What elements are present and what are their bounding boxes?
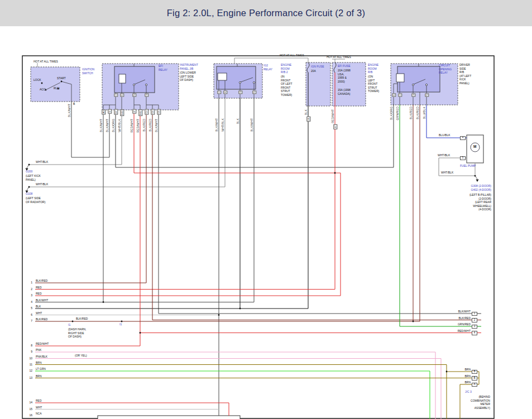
cor-wire-color-label: BLK/RED	[410, 107, 413, 119]
left-row-number: 6	[23, 313, 32, 317]
efi-wire-color-label: BLK/ORG	[112, 119, 116, 132]
left-row-wire-label: BRN	[36, 374, 42, 378]
bottom-connector-box	[98, 416, 240, 419]
ig2-relay-pin: 1	[223, 90, 227, 94]
left-row-number: 15	[23, 407, 32, 411]
left-row-wire-label: WHT	[36, 311, 42, 315]
jc3-pin: B	[472, 370, 477, 374]
left-row-number: 11	[23, 363, 32, 367]
engine-room-rb2-label: ENGINE ROOM R/B 2	[281, 63, 291, 74]
jc3-pin: B	[472, 376, 477, 381]
efi-connector-pin: D10	[120, 109, 124, 116]
ig2-relay-pin: 2	[217, 90, 221, 94]
circuit-opening-relay-label: CIRCUIT OPENING RELAY	[439, 64, 452, 75]
i1-junction-wire-label: BLK/RED	[76, 317, 88, 321]
ig2-wire-color-label: BLK	[237, 118, 240, 124]
efi-connector-pin: A3	[102, 109, 106, 114]
left-row-number: 12	[23, 369, 32, 373]
cor-wire-color-label: BLK/RED	[416, 107, 420, 119]
instrument-panel-jb-label: INSTRUMENT PANEL J/B	[180, 63, 198, 70]
ig2-wire-color-label: BLK/WHT	[251, 118, 254, 132]
jc3-wire-label: BRN	[444, 381, 471, 384]
efi-wire-color-label: RED/WHT	[131, 119, 134, 133]
ignition-pin-label: B	[73, 102, 75, 106]
efi-relay-pin: 3	[145, 93, 148, 97]
left-row-number: 5	[23, 306, 32, 310]
ig2-relay-pin: 3	[238, 90, 242, 94]
left-row-number: 7	[23, 319, 32, 323]
wht-wires	[35, 315, 219, 410]
efi-fuse-wire-label: RED/WHT	[332, 109, 335, 123]
left-row-number: 4	[23, 300, 32, 304]
g108-location: (LEFT SIDE OF RADIATOR)	[26, 196, 45, 204]
fuel-pump-return-pin: 5	[460, 156, 466, 161]
right-row-pin: 3	[472, 325, 477, 329]
left-row-wire-label: LT GRN	[36, 367, 46, 371]
efi-connector-pin: D12	[138, 109, 142, 116]
left-row-wire-label: BRN	[36, 361, 42, 365]
efi-wire-color-label: BLK/RED	[143, 119, 146, 132]
ig2-relay-pin: 5	[252, 90, 256, 94]
i1-junction-id: I1	[68, 323, 70, 327]
fuel-pump-ground-wire-label: WHT/BLK	[441, 171, 453, 175]
fuel-pump-feed-pin: 4	[460, 136, 466, 141]
left-row-wire-label: WHT	[36, 406, 42, 410]
left-row-wire-label: PNK/BLK	[36, 355, 47, 359]
right-row-wire-label: BLK/WHT	[444, 310, 471, 314]
ignition-position-run: RUN	[54, 86, 60, 90]
fuel-pump-label: FUEL PUMP	[460, 164, 476, 168]
cor-relay-pin: 1	[392, 93, 396, 97]
cor-relay-pin: 2	[398, 93, 402, 97]
ignition-switch-box	[31, 67, 80, 102]
hot-label-efi-fuse: HOT AT ALL TIMES	[327, 55, 351, 59]
ig2-wire-color-label: BLK/WHT	[215, 118, 219, 132]
g108-wire-label: WHT/BLK	[36, 182, 48, 186]
jc3-pin: A	[472, 383, 477, 387]
fuel-pump-return-wire-label: WHT/BLK	[438, 153, 450, 157]
left-row-wire-label: RED	[36, 399, 42, 403]
ignition-switch-label: IGNITION SWITCH	[82, 68, 94, 75]
left-row-wire-label: BLK	[36, 305, 41, 309]
efi-connector-pin: C6	[151, 109, 155, 115]
jc3-wire-label: BRN	[444, 374, 471, 378]
jc3-note: (BEHIND COMBINATION METER ASSEMBLY)	[447, 395, 490, 410]
efi-fuse-label: EFI FUSE	[338, 64, 351, 68]
efi-relay-pin: 5	[132, 93, 136, 97]
ignition-position-start: START	[57, 76, 66, 80]
ignition-position-acc: ACC	[40, 88, 46, 91]
left-row-wire-label: BLK/RED	[36, 279, 47, 283]
efi-fuse-pin: 17	[333, 124, 337, 129]
efi-wire-color-label: WHT/BLK	[118, 119, 122, 132]
g200-location: (LEFT KICK PANEL)	[26, 174, 41, 181]
driver-side-rb-label: DRIVER SIDE R/B (AT LEFT KICK PANEL)	[459, 63, 471, 85]
jc3-id: J/C 3	[465, 390, 472, 394]
efi-wire-color-label: RED/WHT	[137, 119, 140, 133]
efi-relay-pin: 1	[120, 93, 124, 97]
ign-fuse-label: IGN FUSE	[311, 65, 324, 69]
jc3-wire-label: BRN	[444, 368, 471, 372]
brn-wires	[35, 365, 479, 419]
efi-wire-color-label: BLK/RED	[149, 119, 152, 132]
efi-connector-pin: D7	[114, 109, 118, 115]
junction-dots	[72, 172, 448, 373]
left-row-wire-label: BLK/WHT	[36, 298, 48, 302]
right-row-pin: 2	[472, 318, 477, 322]
screenshot-root: Fig 2: 2.0L, Engine Performance Circuit …	[0, 0, 532, 419]
wht-blk-wires	[29, 98, 475, 187]
efi-connector-pin: I2	[108, 109, 112, 114]
left-row-wire-label: RED	[36, 292, 42, 296]
fuel-pump-motor-letter: M	[473, 145, 476, 149]
right-row-wire-label: RED/WHT	[444, 329, 471, 333]
row-10-alt-color-note: (OR YEL)	[75, 354, 87, 358]
left-row-number: 10	[23, 357, 32, 360]
left-row-wire-label: PNK	[36, 348, 41, 352]
efi-fuse-amp-note-2: 15A (1998 CANADA)	[338, 88, 351, 95]
ignition-wire-color-label: BLK/WHT	[68, 104, 71, 117]
left-row-wire-label: RED/WHT	[36, 342, 49, 346]
efi-connector-pin: I7	[132, 109, 136, 114]
ig2-relay-label: IG2 RELAY	[263, 64, 272, 71]
ign-fuse-box	[306, 62, 330, 106]
left-row-number: 1	[23, 281, 32, 285]
ignition-position-lock: LOCK	[33, 78, 41, 82]
g308-g402-ids: G308 (2-DOOR) G402 (4-DOOR)	[445, 184, 491, 191]
